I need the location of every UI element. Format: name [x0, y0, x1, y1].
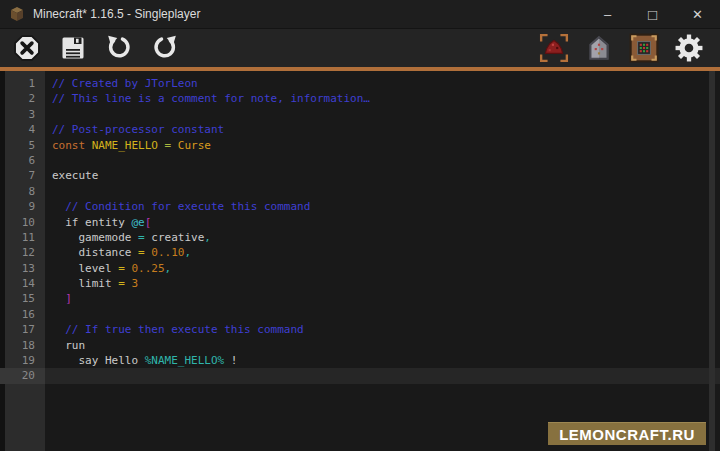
line-number: 6 — [0, 153, 45, 168]
line-content: // This line is a comment for note, info… — [45, 91, 720, 106]
line-number: 20 — [0, 368, 45, 383]
code-segment: say Hello — [52, 354, 145, 367]
code-segment: run — [52, 339, 85, 352]
settings-button[interactable] — [670, 29, 708, 67]
line-content: gamemode = creative, — [45, 230, 720, 245]
code-segment: NAME_HELLO — [92, 139, 158, 152]
line-number: 14 — [0, 276, 45, 291]
line-number: 16 — [0, 307, 45, 322]
code-segment: Curse — [178, 139, 211, 152]
line-content: // Post-processor constant — [45, 122, 720, 137]
vertical-scrollbar[interactable] — [709, 71, 715, 451]
code-segment: = — [118, 262, 125, 275]
code-segment: %NAME_HELLO% — [145, 354, 224, 367]
code-segment: , — [165, 262, 172, 275]
code-line[interactable]: 8 — [0, 184, 720, 199]
code-line[interactable]: 17 // If true then execute this command — [0, 322, 720, 337]
line-content — [45, 153, 720, 168]
code-line[interactable]: 2// This line is a comment for note, inf… — [0, 91, 720, 106]
toolbar-right-group — [535, 29, 720, 67]
line-content: run — [45, 338, 720, 353]
code-segment: limit — [52, 277, 118, 290]
line-number: 12 — [0, 245, 45, 260]
armor-home-icon — [585, 34, 613, 62]
code-segment: 0..25 — [131, 262, 164, 275]
code-line[interactable]: 3 — [0, 107, 720, 122]
code-line[interactable]: 6 — [0, 153, 720, 168]
undo-button[interactable] — [100, 29, 138, 67]
code-segment: [ — [145, 216, 152, 229]
code-segment: // This line is a comment for note, info… — [52, 92, 370, 105]
maximize-button[interactable]: □ — [630, 0, 675, 28]
line-number: 8 — [0, 184, 45, 199]
code-segment: // Post-processor constant — [52, 123, 224, 136]
code-segment: , — [204, 231, 211, 244]
code-line[interactable]: 15 ] — [0, 291, 720, 306]
code-segment: , — [184, 246, 191, 259]
line-content — [45, 368, 720, 383]
code-segment: level — [52, 262, 118, 275]
toolbar — [0, 28, 720, 67]
save-icon — [60, 35, 86, 61]
code-segment: 3 — [131, 277, 138, 290]
redstone-selected-icon — [539, 33, 569, 63]
close-button[interactable]: ✕ — [675, 0, 720, 28]
line-number: 4 — [0, 122, 45, 137]
code-segment: execute — [52, 169, 98, 182]
line-content: level = 0..25, — [45, 261, 720, 276]
redo-button[interactable] — [146, 29, 184, 67]
code-line[interactable]: 5const NAME_HELLO = Curse — [0, 138, 720, 153]
line-number: 3 — [0, 107, 45, 122]
line-number: 7 — [0, 168, 45, 183]
line-number: 13 — [0, 261, 45, 276]
line-content — [45, 107, 720, 122]
code-line[interactable]: 10 if entity @e[ — [0, 215, 720, 230]
line-content: distance = 0..10, — [45, 245, 720, 260]
stop-close-icon — [14, 35, 40, 61]
code-line[interactable]: 4// Post-processor constant — [0, 122, 720, 137]
line-number: 19 — [0, 353, 45, 368]
save-button[interactable] — [54, 29, 92, 67]
code-segment: = — [158, 139, 178, 152]
code-line[interactable]: 9 // Condition for execute this command — [0, 199, 720, 214]
code-segment: 0..10 — [151, 246, 184, 259]
code-line[interactable]: 16 — [0, 307, 720, 322]
line-number: 15 — [0, 291, 45, 306]
code-line[interactable]: 14 limit = 3 — [0, 276, 720, 291]
titlebar[interactable]: Minecraft* 1.16.5 - Singleplayer – □ ✕ — [0, 0, 720, 28]
redstone-selected-button[interactable] — [535, 29, 573, 67]
code-segment: = — [118, 277, 125, 290]
code-line[interactable]: 12 distance = 0..10, — [0, 245, 720, 260]
code-line[interactable]: 7execute — [0, 168, 720, 183]
app-window: Minecraft* 1.16.5 - Singleplayer – □ ✕ — [0, 0, 720, 451]
line-number: 1 — [0, 76, 45, 91]
code-line[interactable]: 19 say Hello %NAME_HELLO% ! — [0, 353, 720, 368]
line-number: 9 — [0, 199, 45, 214]
code-segment: @e — [131, 216, 144, 229]
line-content: // Condition for execute this command — [45, 199, 720, 214]
line-number: 18 — [0, 338, 45, 353]
code-line[interactable]: 18 run — [0, 338, 720, 353]
line-content: limit = 3 — [45, 276, 720, 291]
armor-home-button[interactable] — [580, 29, 618, 67]
crafting-config-icon — [629, 33, 659, 63]
line-content: execute — [45, 168, 720, 183]
code-line[interactable]: 13 level = 0..25, — [0, 261, 720, 276]
code-segment: distance — [52, 246, 138, 259]
code-line[interactable]: 11 gamemode = creative, — [0, 230, 720, 245]
line-content: // If true then execute this command — [45, 322, 720, 337]
crafting-config-button[interactable] — [625, 29, 663, 67]
code-editor[interactable]: 1// Created by JTorLeon2// This line is … — [0, 71, 720, 451]
code-segment: ! — [224, 354, 237, 367]
stop-close-button[interactable] — [8, 29, 46, 67]
minimize-button[interactable]: – — [585, 0, 630, 28]
line-content — [45, 307, 720, 322]
code-line[interactable]: 20 — [0, 368, 720, 383]
code-segment: creative — [145, 231, 205, 244]
line-content: ] — [45, 291, 720, 306]
toolbar-left-group — [0, 29, 184, 67]
code-segment: ] — [52, 292, 72, 305]
settings-gear-icon — [675, 34, 703, 62]
code-line[interactable]: 1// Created by JTorLeon — [0, 76, 720, 91]
code-segment: // If true then execute this command — [52, 323, 304, 336]
